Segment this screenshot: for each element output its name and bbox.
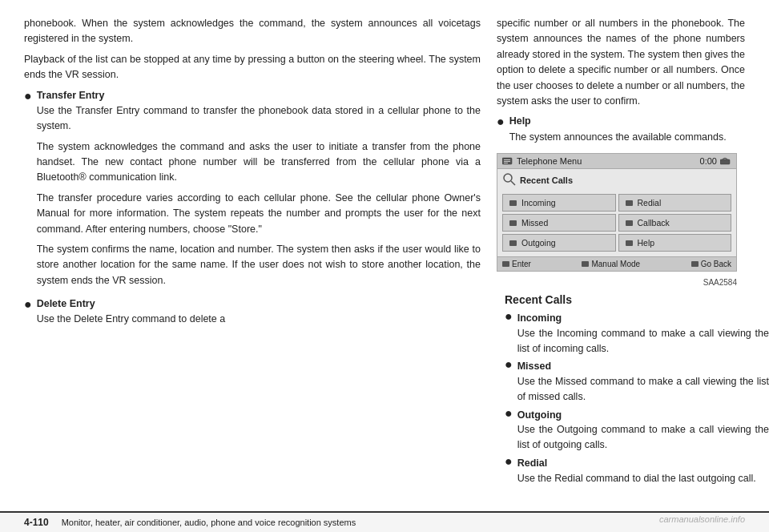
right-area: specific number or all numbers in the ph… <box>497 16 745 503</box>
help-phone-icon <box>626 240 634 247</box>
incoming-phone-icon <box>509 200 518 207</box>
bullet-dot-help: ● <box>497 112 505 145</box>
page-container: phonebook. When the system acknowledges … <box>0 0 769 532</box>
bullet-transfer-content: Transfer Entry Use the Transfer Entry co… <box>37 88 481 294</box>
rc-redial-title: Redial <box>517 457 548 469</box>
phone-btn-redial[interactable]: Redial <box>618 194 732 212</box>
rc-redial: ● Redial Use the Redial command to dial … <box>505 456 769 486</box>
svg-point-5 <box>504 174 512 182</box>
outgoing-phone-icon <box>509 240 518 247</box>
rc-incoming-text: Use the Incoming command to make a call … <box>517 328 769 354</box>
rc-missed-content: Missed Use the Missed command to make a … <box>517 359 769 404</box>
phone-signal-icon <box>720 157 731 165</box>
bullet-help: ● Help The system announces the availabl… <box>497 114 745 145</box>
svg-line-6 <box>511 181 515 185</box>
rc-dot-redial: ● <box>505 454 513 486</box>
rc-outgoing-title: Outgoing <box>517 409 562 421</box>
phone-search-row: Recent Calls <box>497 169 736 191</box>
phone-footer: Enter Manual Mode Go Back <box>497 256 736 271</box>
bullet-delete-content: Delete Entry Use the Delete Entry comman… <box>37 296 481 332</box>
right-top-text: specific number or all numbers in the ph… <box>497 16 745 148</box>
enter-icon <box>502 261 510 268</box>
phone-btn-outgoing[interactable]: Outgoing <box>502 234 616 252</box>
btn-redial-label: Redial <box>638 198 662 208</box>
bullet-dot-2: ● <box>24 295 32 332</box>
rc-missed-text: Use the Missed command to make a call vi… <box>517 376 769 402</box>
watermark: carmanualsonline.info <box>659 514 745 524</box>
help-p1: The system announces the available comma… <box>509 130 745 145</box>
footer-manual: Manual Mode <box>582 260 640 268</box>
svg-rect-15 <box>691 261 699 267</box>
bullet-dot: ● <box>24 87 32 294</box>
phone-header-left: Telephone Menu <box>502 156 582 166</box>
rc-incoming-title: Incoming <box>517 312 562 324</box>
svg-rect-10 <box>626 220 633 226</box>
search-icon-wrapper <box>502 172 517 188</box>
rc-outgoing-content: Outgoing Use the Outgoing command to mak… <box>517 408 769 453</box>
phone-btn-incoming[interactable]: Incoming <box>502 194 616 212</box>
footer-text: Monitor, heater, air conditioner, audio,… <box>62 518 356 527</box>
svg-rect-4 <box>720 159 730 164</box>
page-number: 4-110 <box>24 517 49 528</box>
svg-rect-1 <box>504 159 510 160</box>
missed-phone-icon <box>509 220 518 227</box>
recent-calls-title: Recent Calls <box>505 293 769 306</box>
rc-outgoing-text: Use the Outgoing command to make a call … <box>517 424 769 450</box>
manual-icon <box>582 261 590 268</box>
phone-time-area: 0:00 <box>700 156 731 166</box>
transfer-p2: The system acknowledges the command and … <box>37 139 481 186</box>
btn-callback-label: Callback <box>638 218 670 228</box>
callback-phone-icon <box>626 220 634 227</box>
transfer-p1: Use the Transfer Entry command to transf… <box>37 103 481 135</box>
footer-goback: Go Back <box>691 260 731 268</box>
svg-rect-3 <box>504 163 508 163</box>
rc-incoming-content: Incoming Use the Incoming command to mak… <box>517 311 769 356</box>
rc-dot-outgoing: ● <box>505 406 513 453</box>
left-para-1: phonebook. When the system acknowledges … <box>24 16 481 47</box>
phone-header: Telephone Menu 0:00 <box>497 154 736 169</box>
rc-redial-text: Use the Redial command to dial the last … <box>517 473 756 484</box>
help-content: Help The system announces the available … <box>509 114 745 145</box>
svg-rect-13 <box>502 261 509 267</box>
rc-missed: ● Missed Use the Missed command to make … <box>505 359 769 404</box>
phone-ui-mockup: Telephone Menu 0:00 <box>497 153 737 272</box>
rc-redial-content: Redial Use the Redial command to dial th… <box>517 456 769 486</box>
phone-btn-help[interactable]: Help <box>618 234 732 252</box>
rc-dot-incoming: ● <box>505 309 513 356</box>
right-para-1: specific number or all numbers in the ph… <box>497 16 745 109</box>
bullet-delete-entry: ● Delete Entry Use the Delete Entry comm… <box>24 296 481 332</box>
btn-outgoing-label: Outgoing <box>521 238 556 248</box>
svg-rect-2 <box>504 161 510 162</box>
btn-help-label: Help <box>638 238 655 248</box>
rc-missed-title: Missed <box>517 361 551 372</box>
svg-rect-8 <box>626 200 633 206</box>
phone-menu-title: Telephone Menu <box>517 156 582 166</box>
rc-outgoing: ● Outgoing Use the Outgoing command to m… <box>505 408 769 453</box>
transfer-p4: The system confirms the name, location a… <box>37 242 481 288</box>
phone-btn-callback[interactable]: Callback <box>618 214 732 232</box>
main-content: phonebook. When the system acknowledges … <box>0 0 769 511</box>
svg-rect-7 <box>509 200 517 206</box>
left-column: phonebook. When the system acknowledges … <box>24 16 497 503</box>
rc-dot-missed: ● <box>505 357 513 404</box>
bullet-transfer-entry: ● Transfer Entry Use the Transfer Entry … <box>24 88 481 294</box>
image-label: SAA2584 <box>497 278 737 287</box>
svg-rect-11 <box>509 240 517 246</box>
footer-enter: Enter <box>502 260 531 268</box>
svg-rect-9 <box>509 220 517 226</box>
delete-entry-title: Delete Entry <box>37 298 95 309</box>
recent-calls-label: Recent Calls <box>520 175 573 185</box>
bottom-bar: 4-110 Monitor, heater, air conditioner, … <box>0 511 769 532</box>
rc-incoming: ● Incoming Use the Incoming command to m… <box>505 311 769 356</box>
recent-calls-section: Recent Calls ● Incoming Use the Incoming… <box>497 293 769 489</box>
svg-rect-14 <box>582 261 589 267</box>
phone-btn-missed[interactable]: Missed <box>502 214 616 232</box>
delete-p1: Use the Delete Entry command to delete a <box>37 312 481 327</box>
footer-goback-label: Go Back <box>701 260 731 268</box>
transfer-entry-title: Transfer Entry <box>37 90 105 101</box>
back-icon <box>691 261 699 268</box>
svg-rect-12 <box>626 240 633 246</box>
search-icon <box>502 172 517 187</box>
btn-incoming-label: Incoming <box>521 198 556 208</box>
btn-missed-label: Missed <box>521 218 548 228</box>
